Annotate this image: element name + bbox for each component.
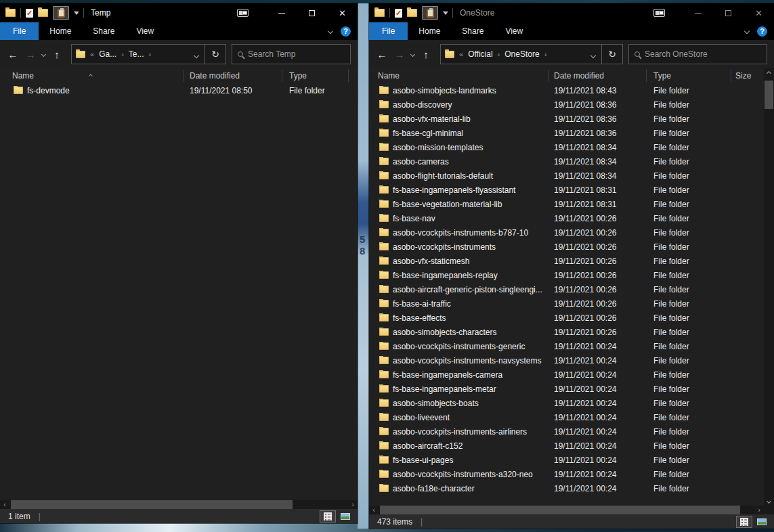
up-button[interactable]: ↑ — [51, 49, 63, 60]
back-button[interactable]: ← — [376, 49, 388, 60]
file-row[interactable]: asobo-vcockpits-instruments-navsystems19… — [369, 353, 764, 368]
scroll-right-icon[interactable]: › — [754, 506, 764, 514]
scroll-left-icon[interactable]: ‹ — [0, 500, 9, 509]
minimize-button[interactable] — [683, 3, 713, 22]
file-row[interactable]: asobo-aircraft-c15219/11/2021 00:24File … — [369, 439, 764, 453]
column-header-name[interactable]: Name — [0, 70, 184, 82]
expand-ribbon-icon[interactable] — [744, 28, 750, 34]
file-row[interactable]: asobo-simobjects-landmarks19/11/2021 08:… — [369, 83, 764, 97]
properties-icon[interactable] — [395, 9, 402, 18]
file-row[interactable]: fs-base-effects19/11/2021 00:26File fold… — [369, 311, 764, 325]
file-row[interactable]: asobo-flight-tutorials-default19/11/2021… — [369, 169, 764, 183]
tab-share[interactable]: Share — [82, 22, 125, 40]
search-box[interactable] — [628, 44, 767, 64]
properties-icon[interactable] — [26, 9, 33, 18]
file-row[interactable]: asobo-simobjects-boats19/11/2021 00:24Fi… — [369, 396, 764, 410]
titlebar[interactable]: Temp ✕ — [0, 3, 358, 22]
file-row[interactable]: asobo-mission-templates19/11/2021 08:34F… — [369, 140, 764, 154]
file-row[interactable]: asobo-vfx-staticmesh19/11/2021 00:26File… — [369, 254, 764, 268]
file-row[interactable]: asobo-discovery19/11/2021 08:36File fold… — [369, 97, 764, 112]
file-row[interactable]: fs-base-nav19/11/2021 00:26File folder — [369, 211, 764, 225]
scrollbar-thumb[interactable] — [765, 81, 773, 109]
minimize-button[interactable] — [266, 3, 297, 22]
new-folder-icon[interactable] — [407, 9, 417, 17]
details-view-button[interactable] — [736, 516, 752, 528]
help-button[interactable]: ? — [757, 26, 767, 37]
scroll-down-icon[interactable] — [764, 496, 774, 506]
titlebar[interactable]: OneStore ✕ — [369, 3, 774, 22]
file-row[interactable]: asobo-vcockpits-instruments-generic19/11… — [369, 339, 764, 353]
breadcrumb-segment[interactable]: Te... — [124, 49, 149, 59]
file-row[interactable]: asobo-vfx-material-lib19/11/2021 08:36Fi… — [369, 112, 764, 126]
file-row[interactable]: asobo-vcockpits-instruments-airliners19/… — [369, 424, 764, 439]
address-dropdown-button[interactable] — [585, 48, 601, 60]
customize-qat-button[interactable] — [74, 11, 79, 15]
screen-overlay-icon[interactable] — [237, 9, 249, 17]
scrollbar-thumb[interactable] — [11, 500, 293, 509]
horizontal-scrollbar[interactable]: ‹ › — [369, 506, 774, 514]
refresh-button[interactable]: ↻ — [601, 45, 622, 64]
file-row[interactable]: fs-base-cgl-minimal19/11/2021 08:36File … — [369, 126, 764, 140]
customize-qat-button[interactable] — [443, 11, 448, 15]
scroll-right-icon[interactable]: › — [348, 500, 358, 509]
close-button[interactable]: ✕ — [327, 3, 358, 22]
column-header-date-modified[interactable]: Date modified — [549, 70, 647, 82]
file-row[interactable]: fs-base-ingamepanels-replay19/11/2021 00… — [369, 268, 764, 282]
tab-home[interactable]: Home — [39, 22, 82, 40]
thumbnails-view-button[interactable] — [754, 516, 770, 528]
file-row[interactable]: fs-base-vegetation-material-lib19/11/202… — [369, 197, 764, 211]
file-row[interactable]: fs-base-ingamepanels-flyassistant19/11/2… — [369, 183, 764, 197]
scrollbar-track[interactable] — [9, 500, 348, 509]
file-row[interactable]: asobo-aircraft-generic-piston-singleengi… — [369, 282, 764, 296]
search-box[interactable] — [232, 44, 351, 64]
breadcrumb-segment[interactable]: OneStore — [500, 49, 544, 59]
paste-button[interactable] — [53, 6, 69, 20]
paste-button[interactable] — [422, 6, 438, 20]
refresh-button[interactable]: ↻ — [205, 45, 225, 64]
column-header-size[interactable]: Size — [731, 70, 764, 82]
tab-view[interactable]: View — [494, 22, 534, 40]
recent-locations-icon[interactable] — [41, 51, 46, 56]
file-row[interactable]: asobo-vcockpits-instruments-b787-1019/11… — [369, 225, 764, 240]
address-dropdown-button[interactable] — [188, 48, 205, 60]
search-input[interactable] — [248, 49, 345, 59]
tab-share[interactable]: Share — [451, 22, 494, 40]
column-header-name[interactable]: Name — [369, 70, 549, 82]
scrollbar-thumb[interactable] — [380, 506, 740, 514]
expand-ribbon-icon[interactable] — [328, 28, 333, 34]
file-row[interactable]: asobo-fa18e-character19/11/2021 00:24Fil… — [369, 481, 764, 495]
column-header-date-modified[interactable]: Date modified — [184, 70, 282, 82]
screen-overlay-icon[interactable] — [653, 9, 665, 17]
file-row[interactable]: fs-devmode19/11/2021 08:50File folder — [0, 83, 358, 97]
file-row[interactable]: asobo-cameras19/11/2021 08:34File folder — [369, 154, 764, 169]
tab-home[interactable]: Home — [408, 22, 451, 40]
scrollbar-track[interactable] — [379, 506, 754, 514]
tab-view[interactable]: View — [125, 22, 165, 40]
file-row[interactable]: fs-base-ingamepanels-camera19/11/2021 00… — [369, 368, 764, 382]
file-row[interactable]: fs-base-ingamepanels-metar19/11/2021 00:… — [369, 382, 764, 396]
maximize-button[interactable] — [713, 3, 744, 22]
file-row[interactable]: asobo-liveevent19/11/2021 00:24File fold… — [369, 410, 764, 424]
up-button[interactable]: ↑ — [420, 49, 432, 60]
column-header-type[interactable]: Type — [282, 70, 349, 82]
file-row[interactable]: asobo-vcockpits-instruments19/11/2021 00… — [369, 240, 764, 254]
search-input[interactable] — [645, 49, 761, 59]
forward-button[interactable]: → — [24, 49, 37, 60]
file-row[interactable]: asobo-simobjects-characters19/11/2021 00… — [369, 325, 764, 339]
vertical-scrollbar[interactable] — [764, 68, 774, 506]
close-button[interactable]: ✕ — [744, 3, 774, 22]
breadcrumb-segment[interactable]: Ga... — [94, 49, 121, 59]
address-bar[interactable]: « Ga... › Te... › ↻ — [71, 44, 226, 64]
breadcrumb-chevron-icon[interactable]: › — [544, 50, 547, 58]
tab-file[interactable]: File — [369, 22, 408, 40]
recent-locations-icon[interactable] — [410, 51, 415, 56]
forward-button[interactable]: → — [393, 49, 406, 60]
scroll-left-icon[interactable]: ‹ — [369, 506, 379, 514]
column-header-type[interactable]: Type — [647, 70, 731, 82]
breadcrumb-segment[interactable]: Official — [463, 49, 497, 59]
address-bar[interactable]: « Official › OneStore › ↻ — [440, 44, 623, 64]
file-row[interactable]: asobo-vcockpits-instruments-a320-neo19/1… — [369, 467, 764, 481]
details-view-button[interactable] — [320, 510, 336, 523]
new-folder-icon[interactable] — [38, 9, 48, 17]
help-button[interactable]: ? — [341, 26, 351, 37]
